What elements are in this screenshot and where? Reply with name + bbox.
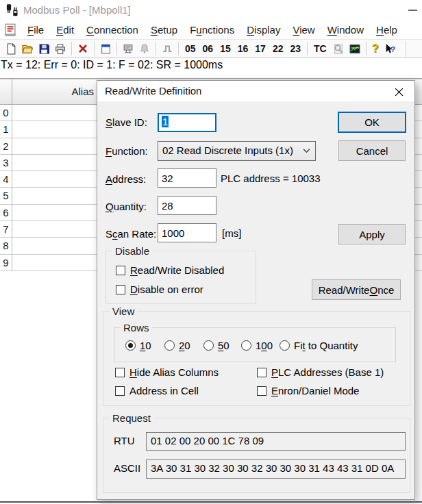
row-number[interactable]: 4 <box>0 171 12 187</box>
row-number[interactable]: 8 <box>0 238 12 253</box>
dialog-title-bar: Read/Write Definition <box>97 81 414 101</box>
new-file-icon[interactable] <box>3 40 19 57</box>
document-icon[interactable] <box>3 23 17 37</box>
read-write-definition-dialog: Read/Write Definition Slave ID: 1 OK Fun… <box>97 80 415 500</box>
menu-edit[interactable]: Edit <box>50 24 80 36</box>
disable-group: Disable Read/Write Disabled Disable on e… <box>106 251 256 304</box>
disable-on-error-checkbox[interactable]: Disable on error <box>116 284 203 295</box>
help-icon[interactable]: ? <box>369 42 382 55</box>
context-help-icon[interactable]: ? <box>382 40 398 57</box>
test-center-button[interactable]: TC <box>310 43 330 54</box>
rows-radio-fit-to-quantity[interactable]: Fit to Quantity <box>280 340 358 351</box>
hide-alias-columns-checkbox[interactable]: Hide Alias Columns <box>115 366 219 378</box>
view-group-title: View <box>110 305 137 317</box>
checkbox-label: PLC Addresses (Base 1) <box>271 366 384 378</box>
grid-corner-cell <box>0 79 12 104</box>
app-icon <box>5 3 19 17</box>
apply-button[interactable]: Apply <box>338 224 406 244</box>
row-number[interactable]: 0 <box>0 105 12 121</box>
row-number[interactable]: 5 <box>0 188 12 203</box>
rtu-request-field: 01 02 00 20 00 1C 78 09 <box>146 432 406 451</box>
checkbox-indicator <box>116 266 125 275</box>
menu-bar: File Edit Connection Setup Functions Dis… <box>0 21 422 39</box>
function-label: Function: <box>106 145 148 157</box>
radio-label: 50 <box>218 340 229 351</box>
connection-icon[interactable] <box>120 40 136 57</box>
rows-radio-20[interactable]: 20 <box>164 340 190 351</box>
read-write-disabled-checkbox[interactable]: Read/Write Disabled <box>116 264 224 276</box>
function-05-button[interactable]: 05 <box>182 43 199 54</box>
function-06-button[interactable]: 06 <box>199 43 217 54</box>
menu-view[interactable]: View <box>286 24 321 36</box>
slave-id-label: Slave ID: <box>106 116 147 128</box>
toolbar-separator <box>71 42 72 55</box>
toolbar-separator <box>94 42 95 55</box>
close-icon[interactable] <box>390 84 408 100</box>
setup-window-icon[interactable] <box>97 40 114 57</box>
scan-rate-input[interactable] <box>158 223 216 242</box>
minimize-button[interactable] <box>408 10 417 11</box>
row-number[interactable]: 6 <box>0 205 12 220</box>
checkbox-label: Enron/Daniel Mode <box>271 385 359 396</box>
menu-window[interactable]: Window <box>321 24 370 36</box>
radio-indicator <box>280 340 290 351</box>
menu-setup[interactable]: Setup <box>145 24 184 36</box>
zoom-icon[interactable] <box>330 40 347 57</box>
quantity-label: Quantity: <box>106 201 147 212</box>
function-16-button[interactable]: 16 <box>234 43 252 54</box>
toolbar-separator <box>307 42 308 55</box>
function-22-button[interactable]: 22 <box>269 43 287 54</box>
disable-group-title: Disable <box>112 245 152 257</box>
open-file-icon[interactable] <box>19 40 36 57</box>
row-number[interactable]: 1 <box>0 121 12 137</box>
row-number[interactable]: 7 <box>0 221 12 237</box>
save-icon[interactable] <box>36 40 52 57</box>
quantity-input[interactable] <box>158 196 216 215</box>
address-label: Address: <box>106 173 146 185</box>
function-17-button[interactable]: 17 <box>251 43 269 54</box>
cancel-poll-icon[interactable] <box>75 40 91 57</box>
print-icon[interactable] <box>52 40 69 57</box>
function-15-button[interactable]: 15 <box>216 43 234 54</box>
function-select[interactable]: 02 Read Discrete Inputs (1x) <box>158 141 316 161</box>
toolbar-separator <box>178 42 179 55</box>
checkbox-indicator <box>257 386 266 396</box>
chart-icon[interactable] <box>347 40 363 57</box>
cancel-button[interactable]: Cancel <box>338 140 406 161</box>
pulse-icon[interactable] <box>159 40 175 57</box>
checkbox-indicator <box>116 285 125 294</box>
checkbox-label: Disable on error <box>130 284 203 295</box>
slave-id-input[interactable]: 1 <box>158 113 216 132</box>
rows-radio-100[interactable]: 100 <box>241 340 273 351</box>
function-selected-value: 02 Read Discrete Inputs (1x) <box>162 144 293 156</box>
checkbox-label: Read/Write Disabled <box>130 264 224 276</box>
radio-label: Fit to Quantity <box>294 340 358 351</box>
svg-text:?: ? <box>390 44 395 53</box>
function-23-button[interactable]: 23 <box>286 43 304 54</box>
menu-help[interactable]: Help <box>370 24 404 36</box>
alias-column-header[interactable]: Alias <box>12 79 97 104</box>
checkbox-label: Address in Cell <box>129 385 199 396</box>
scan-rate-label: Scan Rate: <box>106 228 156 240</box>
row-number[interactable]: 2 <box>0 138 12 154</box>
enron-daniel-mode-checkbox[interactable]: Enron/Daniel Mode <box>257 385 359 396</box>
plc-addresses-checkbox[interactable]: PLC Addresses (Base 1) <box>257 366 384 378</box>
menu-file[interactable]: File <box>21 24 50 36</box>
row-number[interactable]: 3 <box>0 155 12 171</box>
address-in-cell-checkbox[interactable]: Address in Cell <box>115 385 199 396</box>
dialog-title: Read/Write Definition <box>105 85 201 97</box>
rows-radio-50[interactable]: 50 <box>203 340 229 351</box>
menu-functions[interactable]: Functions <box>184 24 240 36</box>
checkbox-indicator <box>115 368 125 377</box>
rows-radio-10[interactable]: 10 <box>125 340 151 351</box>
read-write-once-button[interactable]: Read/Write Once <box>312 279 401 300</box>
ok-button[interactable]: OK <box>338 112 406 133</box>
toolbar-separator <box>156 42 156 55</box>
menu-connection[interactable]: Connection <box>80 24 145 36</box>
row-number[interactable]: 9 <box>0 255 12 270</box>
alarm-bell-icon[interactable] <box>136 40 153 57</box>
rows-group-title: Rows <box>121 322 152 333</box>
menu-display[interactable]: Display <box>240 24 286 36</box>
radio-indicator <box>164 340 175 351</box>
address-input[interactable] <box>158 168 216 188</box>
